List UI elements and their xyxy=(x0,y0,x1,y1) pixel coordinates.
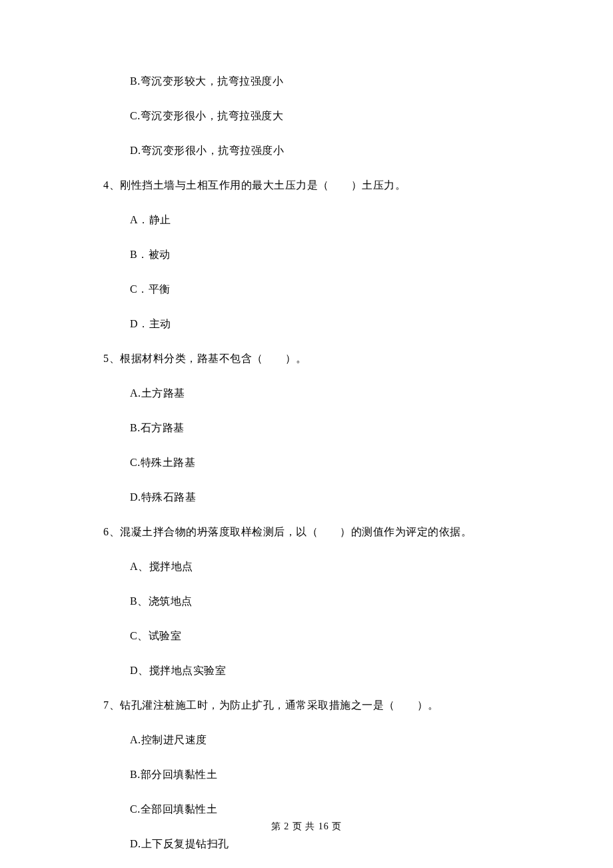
question-4-option-c: C．平衡 xyxy=(130,281,520,297)
question-4-stem: 4、刚性挡土墙与土相互作用的最大土压力是（ ）土压力。 xyxy=(103,177,520,193)
page-footer: 第 2 页 共 16 页 xyxy=(0,819,613,833)
question-5-option-b: B.石方路基 xyxy=(130,420,520,436)
question-5-option-c: C.特殊土路基 xyxy=(130,455,520,471)
question-6-option-c: C、试验室 xyxy=(130,628,520,644)
question-4-option-a: A．静止 xyxy=(130,212,520,228)
question-5-option-a: A.土方路基 xyxy=(130,385,520,401)
question-6-option-a: A、搅拌地点 xyxy=(130,559,520,575)
question-4-option-d: D．主动 xyxy=(130,316,520,332)
question-6-option-b: B、浇筑地点 xyxy=(130,593,520,609)
question-7-option-a: A.控制进尺速度 xyxy=(130,732,520,748)
page-content: B.弯沉变形较大，抗弯拉强度小 C.弯沉变形很小，抗弯拉强度大 D.弯沉变形很小… xyxy=(0,0,613,868)
question-4-option-b: B．被动 xyxy=(130,247,520,263)
question-7-option-b: B.部分回填黏性土 xyxy=(130,767,520,783)
question-7-option-c: C.全部回填黏性土 xyxy=(130,801,520,817)
prev-option-b: B.弯沉变形较大，抗弯拉强度小 xyxy=(130,73,520,89)
prev-option-c: C.弯沉变形很小，抗弯拉强度大 xyxy=(130,108,520,124)
question-5-stem: 5、根据材料分类，路基不包含（ ）。 xyxy=(103,351,520,367)
question-5-option-d: D.特殊石路基 xyxy=(130,489,520,505)
prev-option-d: D.弯沉变形很小，抗弯拉强度小 xyxy=(130,143,520,159)
question-6-stem: 6、混凝土拌合物的坍落度取样检测后，以（ ）的测值作为评定的依据。 xyxy=(103,524,520,540)
question-7-option-d: D.上下反复提钻扫孔 xyxy=(130,836,520,852)
question-7-stem: 7、钻孔灌注桩施工时，为防止扩孔，通常采取措施之一是（ ）。 xyxy=(103,697,520,713)
question-6-option-d: D、搅拌地点实验室 xyxy=(130,663,520,679)
